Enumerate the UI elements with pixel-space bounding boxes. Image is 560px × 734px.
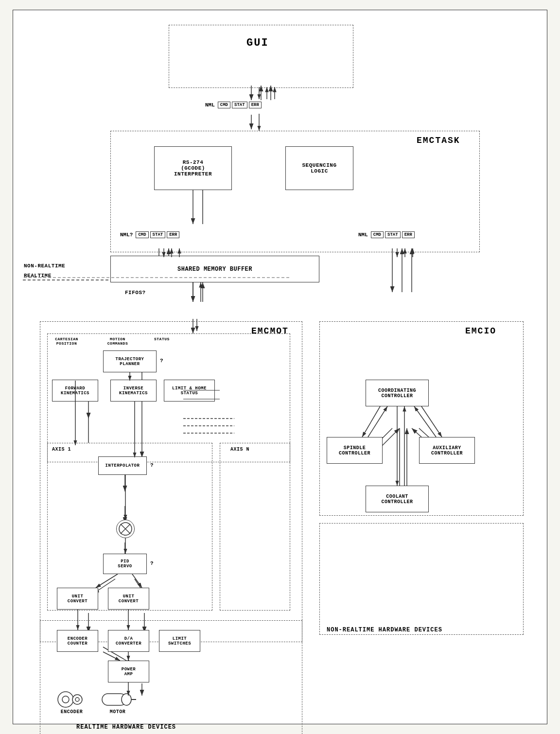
encoder-group: ENCODER bbox=[56, 690, 88, 717]
motor-label: MOTOR bbox=[110, 709, 126, 715]
nml-right-group: NML CMD STAT ERR bbox=[358, 231, 415, 238]
limit-switches-label: LIMITSWITCHES bbox=[168, 636, 191, 646]
svg-point-41 bbox=[62, 696, 69, 703]
axisn-dashed bbox=[220, 443, 290, 611]
limit-home-box: LIMIT & HOMESTATUS bbox=[164, 380, 215, 402]
emctask-label: EMCTASK bbox=[417, 136, 460, 145]
pid-servo-label: PIDSERVO bbox=[118, 559, 132, 569]
encoder-counter-box: ENCODERCOUNTER bbox=[57, 630, 98, 652]
motor-group: MOTOR bbox=[98, 690, 137, 717]
svg-point-45 bbox=[122, 694, 131, 705]
nml-top-label: NML bbox=[205, 102, 215, 108]
nml-left-stat: STAT bbox=[150, 231, 166, 238]
limit-switches-box: LIMITSWITCHES bbox=[159, 630, 200, 652]
nml-right-cmd: CMD bbox=[371, 231, 384, 238]
motor-icon bbox=[100, 690, 136, 709]
interpreter-box: RS-274(GCODE)INTERPRETER bbox=[154, 146, 232, 190]
limit-home-label: LIMIT & HOMESTATUS bbox=[172, 386, 207, 396]
non-realtime-hw-label: NON-REALTIME HARDWARE DEVICES bbox=[327, 627, 442, 633]
unit-convert2-box: UNITCONVERT bbox=[108, 588, 149, 610]
unit-convert1-label: UNITCONVERT bbox=[68, 594, 88, 604]
encoder-icon bbox=[56, 690, 88, 709]
non-realtime-hw-container bbox=[319, 523, 524, 635]
shared-memory-label: SHARED MEMORY BUFFER bbox=[177, 266, 252, 273]
nml-top-stat: STAT bbox=[232, 102, 247, 108]
gui-container bbox=[169, 25, 353, 88]
power-amp-box: POWERAMP bbox=[108, 661, 149, 682]
unit-convert2-label: UNITCONVERT bbox=[119, 594, 139, 604]
nml-top-err: ERR bbox=[249, 102, 262, 108]
coordinating-controller-box: COORDINATINGCONTROLLER bbox=[366, 380, 429, 406]
diagram-container: GUI NML CMD STAT ERR EMCTASK RS-274(GCOD… bbox=[13, 10, 547, 724]
non-realtime-label: NON-REALTIME bbox=[24, 263, 65, 269]
realtime-label: REALTIME bbox=[24, 273, 52, 279]
interpolator-box: INTERPOLATOR bbox=[98, 456, 147, 475]
trajectory-planner-box: TRAJECTORYPLANNER bbox=[103, 350, 157, 372]
mixer-circle bbox=[116, 520, 135, 538]
sequencing-box: SEQUENCINGLOGIC bbox=[285, 146, 353, 190]
pid-servo-box: PIDSERVO bbox=[103, 554, 147, 574]
gui-label: GUI bbox=[246, 37, 269, 49]
encoder-label: ENCODER bbox=[61, 709, 83, 715]
spindle-controller-label: SPINDLECONTROLLER bbox=[339, 445, 370, 456]
fifos-label: FIFOS? bbox=[125, 290, 146, 296]
coolant-controller-label: COOLANTCONTROLLER bbox=[381, 494, 413, 505]
interpolator-question: ? bbox=[150, 462, 154, 468]
nml-right-label: NML bbox=[358, 232, 368, 238]
interpreter-label: RS-274(GCODE)INTERPRETER bbox=[174, 159, 212, 177]
coolant-controller-box: COOLANTCONTROLLER bbox=[366, 486, 429, 512]
axisn-label: AXIS N bbox=[230, 447, 249, 452]
axis1-label: AXIS 1 bbox=[52, 447, 71, 452]
nml-right-stat: STAT bbox=[385, 231, 401, 238]
status-label: STATUS bbox=[154, 337, 170, 341]
nml-top-group: NML CMD STAT ERR bbox=[205, 102, 262, 108]
trajectory-planner-label: TRAJECTORYPLANNER bbox=[115, 357, 144, 367]
mixer-x-icon bbox=[119, 522, 132, 536]
nml-right-err: ERR bbox=[402, 231, 415, 238]
shared-memory-box: SHARED MEMORY BUFFER bbox=[110, 256, 319, 282]
cartesian-pos-label: CARTESIANPOSITION bbox=[52, 337, 81, 346]
coordinating-controller-label: COORDINATINGCONTROLLER bbox=[378, 388, 416, 399]
svg-point-43 bbox=[75, 698, 79, 701]
spindle-controller-box: SPINDLECONTROLLER bbox=[327, 437, 383, 464]
auxiliary-controller-label: AUXILIARYCONTROLLER bbox=[431, 445, 463, 456]
realtime-hw-label: REALTIME HARDWARE DEVICES bbox=[76, 724, 176, 731]
auxiliary-controller-box: AUXILIARYCONTROLLER bbox=[419, 437, 475, 464]
nml-left-cmd: CMD bbox=[136, 231, 148, 238]
sequencing-label: SEQUENCINGLOGIC bbox=[302, 162, 336, 174]
pid-question: ? bbox=[150, 560, 154, 566]
nml-top-cmd: CMD bbox=[218, 102, 230, 108]
unit-convert1-box: UNITCONVERT bbox=[57, 588, 98, 610]
inverse-kinematics-label: INVERSEKINEMATICS bbox=[119, 386, 148, 396]
power-amp-label: POWERAMP bbox=[122, 667, 136, 677]
motion-commands-label: MOTIONCOMMANDS bbox=[98, 337, 137, 346]
forward-kinematics-label: FORWARDKINEMATICS bbox=[61, 386, 89, 396]
nml-left-err: ERR bbox=[167, 231, 179, 238]
forward-kinematics-box: FORWARDKINEMATICS bbox=[52, 380, 98, 402]
emcio-label: EMCIO bbox=[465, 326, 496, 336]
traj-question: ? bbox=[160, 358, 163, 364]
da-converter-label: D/ACONVERTER bbox=[116, 636, 141, 646]
encoder-counter-label: ENCODERCOUNTER bbox=[68, 636, 88, 646]
interpolator-label: INTERPOLATOR bbox=[105, 463, 140, 468]
inverse-kinematics-box: INVERSEKINEMATICS bbox=[110, 380, 157, 402]
nml-left-group: NML? CMD STAT ERR bbox=[120, 231, 179, 238]
da-converter-box: D/ACONVERTER bbox=[108, 630, 149, 652]
nml-left-label: NML? bbox=[120, 232, 133, 238]
